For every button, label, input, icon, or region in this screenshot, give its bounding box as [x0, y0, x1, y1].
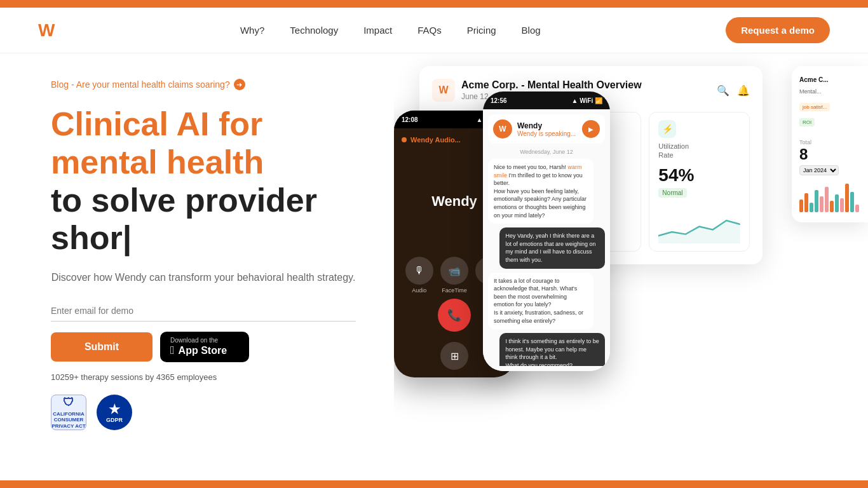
bar-chart	[799, 180, 860, 212]
cta-row: Submit Download on the  App Store	[51, 332, 356, 362]
blog-link[interactable]: Blog - Are your mental health claims soa…	[51, 79, 245, 90]
call-label-text: Wendy Audio...	[410, 136, 461, 144]
call-dot	[402, 137, 407, 142]
chat-header: W Wendy Wendy is speaking... ▶	[488, 114, 605, 144]
metric-card-utilization: ⚡ UtilizationRate 54% Normal	[649, 112, 750, 252]
nav-link-why[interactable]: Why?	[240, 25, 264, 36]
gdpr-badge: ★ GDPR	[97, 395, 132, 430]
request-demo-button[interactable]: Request a demo	[726, 17, 830, 43]
main-content: Blog - Are your mental health claims soa…	[0, 0, 868, 488]
nav-links: Why? Technology Impact FAQs Pricing Blog	[240, 25, 541, 36]
phone-time-right: 12:56	[491, 97, 507, 104]
navbar: W Why? Technology Impact FAQs Pricing Bl…	[0, 8, 868, 53]
right-peek-card: Acme C... Mental... job satisf... ROI To…	[792, 66, 868, 222]
chat-avatar: W	[493, 119, 512, 139]
nav-link-pricing[interactable]: Pricing	[467, 25, 496, 36]
peek-subtitle: Mental...	[799, 88, 860, 95]
peek-chart: Total 8 Jan 2024	[799, 139, 860, 212]
facetime-icon: 📹	[448, 265, 461, 277]
play-button[interactable]: ▶	[582, 120, 600, 138]
phone-time-left: 12:08	[402, 116, 418, 123]
audio-btn[interactable]: 🎙	[405, 257, 433, 285]
ccpa-badge: 🛡 CALIFORNIACONSUMERPRIVACY ACT	[51, 395, 86, 430]
hero-headline: Clinical AI for mental health to solve p…	[51, 105, 356, 257]
facetime-label: FaceTime	[442, 287, 467, 294]
apple-icon: 	[170, 344, 175, 357]
chat-bubble-4: I think it's something as entirely to be…	[499, 333, 605, 366]
app-store-download-label: Download on the	[170, 337, 218, 344]
chat-agent-name: Wendy	[517, 121, 576, 130]
utilization-label: UtilizationRate	[658, 142, 740, 160]
facetime-btn[interactable]: 📹	[440, 257, 468, 285]
peek-title: Acme C...	[799, 76, 860, 83]
dashboard-logo: W	[432, 79, 455, 102]
arrow-icon: ➜	[234, 79, 245, 90]
caller-name: Wendy	[431, 193, 477, 210]
chat-status: Wendy is speaking...	[517, 130, 576, 137]
email-input[interactable]	[51, 301, 356, 322]
audio-label: Audio	[412, 287, 426, 294]
keypad-btn[interactable]: ⊞	[440, 342, 468, 370]
job-sat-badge: job satisf...	[799, 103, 830, 111]
badges-row: 🛡 CALIFORNIACONSUMERPRIVACY ACT ★ GDPR	[51, 395, 356, 430]
chat-messages: Nice to meet you too, Harsh! warm smile …	[488, 159, 605, 366]
utilization-icon: ⚡	[658, 120, 676, 138]
stats-text: 10259+ therapy sessions by 4365 employee…	[51, 372, 356, 382]
roi-badge: ROI	[799, 118, 815, 126]
dashboard-title: Acme Corp. - Mental Health Overview	[461, 79, 642, 91]
app-store-button[interactable]: Download on the  App Store	[160, 332, 249, 362]
nav-link-faqs[interactable]: FAQs	[417, 25, 442, 36]
app-store-name: App Store	[179, 345, 227, 356]
total-value: 8	[799, 146, 860, 163]
total-label: Total	[799, 139, 860, 146]
search-icon[interactable]: 🔍	[717, 85, 729, 97]
keypad-icon: ⊞	[451, 350, 459, 362]
chat-date: Wednesday, June 12	[488, 149, 605, 155]
chat-bubble-3: It takes a lot of courage to acknowledge…	[488, 273, 593, 330]
status-icons-right: ▲ WiFi 📶	[572, 97, 602, 104]
phone-chat: 12:56 ▲ WiFi 📶 W Wendy Wendy is speaking…	[483, 92, 610, 371]
chat-bubble-2: Hey Vandy, yeah I think there are a lot …	[499, 227, 605, 268]
nav-link-impact[interactable]: Impact	[363, 25, 392, 36]
right-visual: W Acme Corp. - Mental Health Overview Ju…	[394, 53, 868, 488]
audio-icon: 🎙	[414, 265, 424, 276]
chat-bubble-1: Nice to meet you too, Harsh! warm smile …	[488, 159, 593, 224]
hero-subtext: Discover how Wendy can transform your be…	[51, 270, 356, 285]
end-call-btn[interactable]: 📞	[438, 299, 471, 332]
nav-logo: W	[38, 20, 55, 41]
utilization-value: 54%	[658, 165, 740, 186]
submit-button[interactable]: Submit	[51, 332, 153, 362]
nav-link-technology[interactable]: Technology	[290, 25, 338, 36]
date-selector[interactable]: Jan 2024	[799, 165, 839, 175]
nav-link-blog[interactable]: Blog	[522, 25, 541, 36]
utilization-tag: Normal	[658, 188, 686, 198]
hero-section: Blog - Are your mental health claims soa…	[0, 53, 394, 488]
notification-icon[interactable]: 🔔	[737, 85, 750, 97]
